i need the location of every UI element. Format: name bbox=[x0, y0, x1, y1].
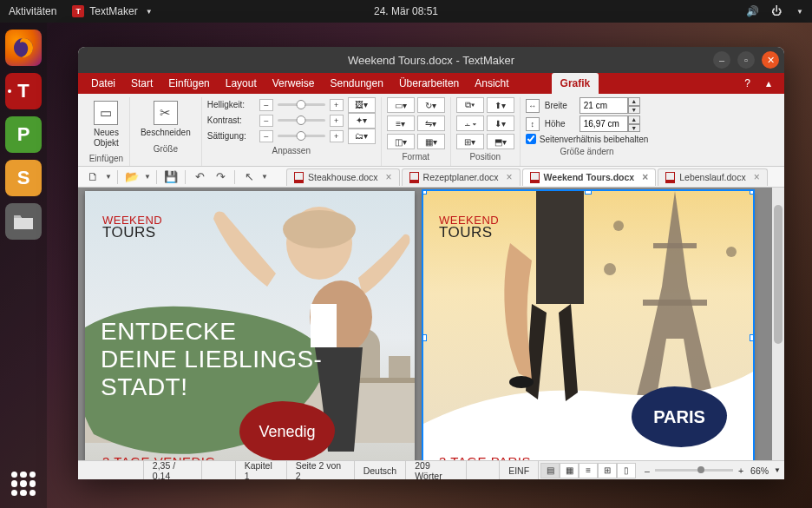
dock-presentations[interactable]: S bbox=[5, 160, 42, 196]
close-tab-icon[interactable]: × bbox=[507, 171, 513, 183]
resize-handle[interactable] bbox=[423, 191, 427, 195]
tab-lebenslauf[interactable]: Lebenslauf.docx × bbox=[658, 168, 768, 186]
zoom-in[interactable]: + bbox=[738, 465, 743, 476]
height-up[interactable]: ▲ bbox=[628, 115, 640, 124]
zoom-dropdown[interactable]: ▼ bbox=[774, 466, 781, 474]
ribbon-collapse-button[interactable]: ▴ bbox=[758, 73, 779, 94]
show-applications[interactable] bbox=[11, 472, 36, 496]
titlebar[interactable]: Weekend Tours.docx - TextMaker – ▫ ✕ bbox=[78, 47, 784, 73]
app-indicator[interactable]: T TextMaker ▼ bbox=[72, 5, 152, 17]
qat-pointer[interactable]: ↖ bbox=[239, 169, 259, 185]
view-normal[interactable]: ▤ bbox=[540, 463, 560, 478]
status-position[interactable]: 2,35 / 0,14 bbox=[144, 461, 202, 479]
resize-handle[interactable] bbox=[750, 334, 753, 341]
document-canvas[interactable]: WEEKEND TOURS ENTDECKE DEINE LIEBLINGS- … bbox=[78, 188, 784, 460]
dock-planmaker[interactable]: P bbox=[5, 116, 42, 153]
keep-ratio-checkbox[interactable]: Seitenverhältnis beibehalten bbox=[526, 134, 649, 144]
photo-frame-dropdown[interactable]: ◫▾ bbox=[387, 134, 415, 149]
clock[interactable]: 24. Mär 08:51 bbox=[374, 5, 438, 17]
height-spinner[interactable]: ▲▼ bbox=[580, 115, 640, 132]
maximize-button[interactable]: ▫ bbox=[737, 51, 755, 69]
bring-front-dropdown[interactable]: ⬆▾ bbox=[487, 97, 514, 113]
minimize-button[interactable]: – bbox=[713, 51, 730, 69]
volume-icon[interactable]: 🔊 bbox=[746, 5, 759, 17]
dock-firefox[interactable] bbox=[5, 30, 42, 66]
send-back-dropdown[interactable]: ⬇▾ bbox=[487, 115, 514, 131]
line-width-dropdown[interactable]: ≡▾ bbox=[387, 115, 415, 131]
height-down[interactable]: ▼ bbox=[628, 124, 640, 133]
view-object[interactable]: ⊞ bbox=[598, 463, 617, 478]
tab-weekend-tours[interactable]: Weekend Tours.docx × bbox=[522, 168, 657, 186]
resize-handle[interactable] bbox=[750, 191, 753, 195]
saturation-plus[interactable]: + bbox=[330, 130, 344, 142]
qat-undo[interactable]: ↶ bbox=[190, 169, 209, 185]
status-insert-mode[interactable]: EINF bbox=[500, 461, 539, 479]
height-input[interactable] bbox=[580, 115, 628, 132]
brightness-minus[interactable]: – bbox=[259, 99, 273, 111]
contrast-minus[interactable]: – bbox=[259, 115, 273, 127]
view-master[interactable]: ▦ bbox=[560, 463, 579, 478]
contrast-plus[interactable]: + bbox=[330, 115, 344, 127]
context-tab-grafik[interactable]: Grafik bbox=[552, 73, 599, 94]
tab-steakhouse[interactable]: Steakhouse.docx × bbox=[286, 168, 400, 186]
status-chapter[interactable]: Kapitel 1 bbox=[236, 461, 287, 479]
zoom-slider[interactable] bbox=[655, 469, 733, 472]
width-down[interactable]: ▼ bbox=[628, 106, 640, 115]
qat-open-drop[interactable]: ▼ bbox=[143, 169, 152, 185]
qat-new[interactable]: 🗋 bbox=[83, 169, 102, 185]
saturation-slider[interactable] bbox=[278, 135, 325, 137]
system-menu-chevron-icon[interactable]: ▼ bbox=[796, 8, 803, 16]
align-dropdown[interactable]: ⫠▾ bbox=[456, 115, 484, 131]
wrap-dropdown[interactable]: ⧉▾ bbox=[456, 97, 484, 113]
status-language[interactable]: Deutsch bbox=[355, 461, 407, 479]
crop-button[interactable]: ✂ Beschneiden bbox=[135, 97, 196, 142]
rotate-dropdown[interactable]: ↻▾ bbox=[417, 97, 445, 113]
resize-handle[interactable] bbox=[585, 191, 592, 195]
effects-dropdown[interactable]: ✦▾ bbox=[348, 113, 376, 129]
zoom-out[interactable]: – bbox=[645, 465, 650, 476]
width-spinner[interactable]: ▲▼ bbox=[580, 97, 640, 114]
status-wordcount[interactable]: 209 Wörter bbox=[406, 461, 466, 479]
close-button[interactable]: ✕ bbox=[762, 51, 779, 69]
vertical-scrollbar[interactable] bbox=[772, 188, 784, 460]
menu-start[interactable]: Start bbox=[123, 73, 160, 94]
group-dropdown[interactable]: ⊞▾ bbox=[456, 134, 484, 149]
flip-dropdown[interactable]: ⇋▾ bbox=[417, 115, 445, 131]
width-up[interactable]: ▲ bbox=[628, 97, 640, 106]
new-object-button[interactable]: ▭ Neues Objekt bbox=[88, 97, 124, 151]
close-tab-icon[interactable]: × bbox=[754, 171, 760, 183]
qat-open[interactable]: 📂 bbox=[122, 169, 141, 185]
activities-button[interactable]: Aktivitäten bbox=[9, 5, 56, 17]
close-tab-icon[interactable]: × bbox=[642, 171, 648, 183]
dock-textmaker[interactable]: T bbox=[5, 73, 42, 109]
power-icon[interactable]: ⏻ bbox=[771, 5, 782, 17]
line-color-dropdown[interactable]: ▭▾ bbox=[387, 97, 415, 113]
view-continuous[interactable]: ▯ bbox=[617, 463, 636, 478]
dock-files[interactable] bbox=[5, 203, 42, 240]
menu-help[interactable]: ? bbox=[737, 73, 758, 94]
menu-sendungen[interactable]: Sendungen bbox=[322, 73, 390, 94]
convert-dropdown[interactable]: ⬒▾ bbox=[487, 134, 514, 149]
menu-layout[interactable]: Layout bbox=[218, 73, 265, 94]
resize-handle[interactable] bbox=[423, 334, 427, 341]
qat-new-drop[interactable]: ▼ bbox=[104, 169, 113, 185]
tab-rezeptplaner[interactable]: Rezeptplaner.docx × bbox=[402, 168, 521, 186]
shadow-dropdown[interactable]: ▦▾ bbox=[417, 134, 445, 149]
brightness-plus[interactable]: + bbox=[330, 99, 344, 111]
menu-einfuegen[interactable]: Einfügen bbox=[160, 73, 217, 94]
page-2[interactable]: WEEKEND TOURS PARIS 3 TAGE PARIS bbox=[423, 191, 753, 460]
brightness-slider[interactable] bbox=[278, 103, 325, 106]
qat-customize[interactable]: ▼ bbox=[260, 169, 269, 185]
close-tab-icon[interactable]: × bbox=[386, 171, 392, 183]
width-input[interactable] bbox=[580, 97, 628, 114]
status-page[interactable]: Seite 2 von 2 bbox=[287, 461, 355, 479]
qat-redo[interactable]: ↷ bbox=[211, 169, 230, 185]
menu-ansicht[interactable]: Ansicht bbox=[467, 73, 516, 94]
change-source-dropdown[interactable]: 🗂▾ bbox=[348, 129, 376, 144]
zoom-value[interactable]: 66% bbox=[750, 465, 769, 476]
recolor-dropdown[interactable]: 🖼▾ bbox=[348, 97, 376, 113]
contrast-slider[interactable] bbox=[278, 119, 325, 122]
menu-ueberarbeiten[interactable]: Überarbeiten bbox=[391, 73, 467, 94]
view-outline[interactable]: ≡ bbox=[579, 463, 598, 478]
menu-datei[interactable]: Datei bbox=[83, 73, 123, 94]
